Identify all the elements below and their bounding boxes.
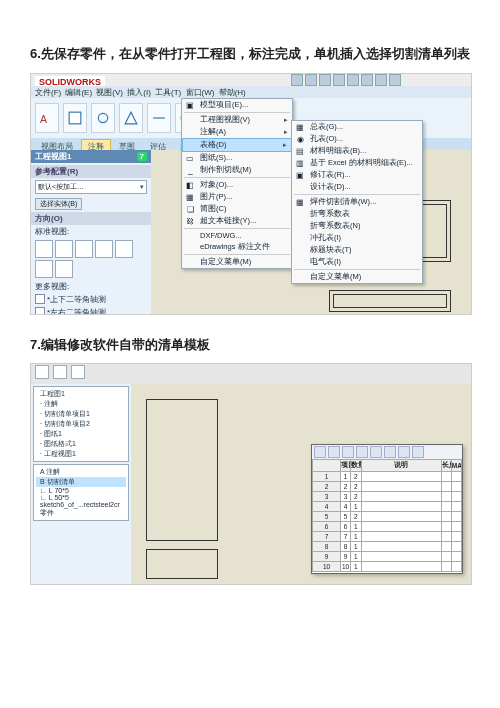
tbl-btn[interactable] [384, 446, 396, 458]
tree-node[interactable]: · 切割清单项目1 [36, 409, 126, 419]
qat-icon[interactable] [319, 74, 331, 86]
mi-picture[interactable]: ▦图片(P)... [182, 191, 292, 203]
toolbar [31, 364, 471, 384]
tbl-btn[interactable] [342, 446, 354, 458]
view-orient-btn[interactable] [35, 240, 53, 258]
ribbon-btn[interactable] [119, 103, 143, 133]
cutlist-table-window[interactable]: 项目号数量说明长度MATERIAL11222233244155266177188… [311, 444, 463, 574]
tbl-btn[interactable] [398, 446, 410, 458]
tree-node-selected[interactable]: B 切割清单 [36, 477, 126, 487]
tbl-btn[interactable] [314, 446, 326, 458]
mi-general-table[interactable]: ▦总表(G)... [292, 121, 422, 133]
mi-sheet[interactable]: ▭图纸(S)... [182, 152, 292, 164]
qat-icon[interactable] [389, 74, 401, 86]
chevron-right-icon: ▸ [284, 128, 288, 136]
config-dropdown[interactable]: 默认<按加工… ▾ [35, 180, 147, 194]
qat-icon[interactable] [361, 74, 373, 86]
mi-bend-table-n[interactable]: 折弯系数表(N) [292, 220, 422, 232]
more-view-option[interactable]: *左右二等角轴测 [31, 306, 151, 315]
tbl-btn[interactable] [370, 446, 382, 458]
tree-node[interactable]: ∟ L 70*5 [36, 487, 126, 494]
ribbon-btn[interactable] [147, 103, 171, 133]
tree-node[interactable]: 工程图1 [36, 389, 126, 399]
screenshot-1: SOLIDWORKS 文件(F) 编辑(E) 视图(V) 插入(I) 工具(T)… [30, 73, 472, 315]
mi-bom[interactable]: ▤材料明细表(B)... [292, 145, 422, 157]
tree-node[interactable]: · 图纸格式1 [36, 439, 126, 449]
view-number: 7 [137, 152, 147, 161]
config-value: 默认<按加工… [38, 182, 84, 192]
mi-drawing-view[interactable]: 工程图视图(V)▸ [182, 114, 292, 126]
toolbar-btn[interactable] [53, 365, 67, 379]
mi-tables[interactable]: 表格(D)▸ [182, 138, 292, 152]
mi-revision-table[interactable]: ▣修订表(R)... [292, 169, 422, 181]
qat-icon[interactable] [291, 74, 303, 86]
view-title: 工程视图1 [35, 151, 71, 162]
view-orient-btn[interactable] [95, 240, 113, 258]
tree-node[interactable]: sketch6_of_...rectsteel2cr [36, 501, 126, 508]
feature-tree-panel: 工程图1 · 注解 · 切割清单项目1 · 切割清单项目2 · 图纸1 · 图纸… [31, 384, 132, 584]
tree-node[interactable]: A 注解 [36, 467, 126, 477]
chevron-right-icon: ▸ [283, 141, 287, 149]
menu-insert[interactable]: 插入(I) [127, 88, 151, 97]
mi-dxf[interactable]: DXF/DWG... [182, 230, 292, 241]
mi-hole-table[interactable]: ◉孔表(O)... [292, 133, 422, 145]
mi-customize2[interactable]: 自定义菜单(M) [292, 271, 422, 283]
tree-node[interactable]: 零件 [36, 508, 126, 518]
tbl-btn[interactable] [356, 446, 368, 458]
mi-punch-table[interactable]: 冲孔表(I) [292, 232, 422, 244]
ribbon-btn[interactable] [63, 103, 87, 133]
mi-schematic[interactable]: ❏简图(C) [182, 203, 292, 215]
mi-weldment-cutlist[interactable]: ▦焊件切割清单(W)... [292, 196, 422, 208]
cutlist-table[interactable]: 项目号数量说明长度MATERIAL11222233244155266177188… [312, 459, 462, 573]
tree-node[interactable]: ∟ L 50*5 [36, 494, 126, 501]
section-orientation: 方向(O) [31, 212, 151, 225]
mi-model-items[interactable]: ▣模型项目(E)... [182, 99, 292, 111]
step7-heading: 7.编辑修改软件自带的清单模板 [30, 331, 470, 360]
mi-section-line[interactable]: ⎯制作剖切线(M) [182, 164, 292, 176]
tree-node[interactable]: · 注解 [36, 399, 126, 409]
more-view-option[interactable]: *上下二等角轴测 [31, 293, 151, 306]
qat-icon[interactable] [375, 74, 387, 86]
mi-annotation[interactable]: 注解(A)▸ [182, 126, 292, 138]
section-ref-config: 参考配置(R) [31, 165, 151, 178]
qat-icon[interactable] [347, 74, 359, 86]
menu-tools[interactable]: 工具(T) [155, 88, 181, 97]
view-orient-btn[interactable] [55, 260, 73, 278]
more-view-label: *上下二等角轴测 [47, 294, 106, 305]
toolbar-btn[interactable] [35, 365, 49, 379]
mi-object[interactable]: ◧对象(O)... [182, 179, 292, 191]
tbl-btn[interactable] [412, 446, 424, 458]
mi-electrical-table[interactable]: 电气表(I) [292, 256, 422, 268]
tbl-btn[interactable] [328, 446, 340, 458]
mi-edrawings[interactable]: eDrawings 标注文件 [182, 241, 292, 253]
toolbar-btn[interactable] [71, 365, 85, 379]
view-orient-btn[interactable] [35, 260, 53, 278]
menu-window[interactable]: 窗口(W) [186, 88, 215, 97]
select-bodies-button[interactable]: 选择实体(B) [35, 198, 82, 210]
view-orient-btn[interactable] [75, 240, 93, 258]
view-orient-btn[interactable] [115, 240, 133, 258]
chevron-right-icon: ▸ [284, 116, 288, 124]
feature-tree[interactable]: 工程图1 · 注解 · 切割清单项目1 · 切割清单项目2 · 图纸1 · 图纸… [33, 386, 129, 462]
qat-icon[interactable] [333, 74, 345, 86]
feature-tree-2[interactable]: A 注解 B 切割清单 ∟ L 70*5 ∟ L 50*5 sketch6_of… [33, 464, 129, 521]
mi-design-table[interactable]: 设计表(D)... [292, 181, 422, 193]
mi-bend-table[interactable]: 折弯系数表 [292, 208, 422, 220]
menu-edit[interactable]: 编辑(E) [65, 88, 92, 97]
tree-node[interactable]: · 图纸1 [36, 429, 126, 439]
checkbox-icon [35, 307, 45, 315]
menu-view[interactable]: 视图(V) [96, 88, 123, 97]
menu-file[interactable]: 文件(F) [35, 88, 61, 97]
mi-titleblock-table[interactable]: 标题块表(T) [292, 244, 422, 256]
mi-excel-bom[interactable]: ▥基于 Excel 的材料明细表(E)... [292, 157, 422, 169]
tree-node[interactable]: · 工程视图1 [36, 449, 126, 459]
mi-hyperlink[interactable]: ⛓超文本链接(Y)... [182, 215, 292, 227]
menu-help[interactable]: 帮助(H) [219, 88, 246, 97]
ribbon-btn[interactable] [91, 103, 115, 133]
qat-icon[interactable] [305, 74, 317, 86]
view-orient-btn[interactable] [55, 240, 73, 258]
ribbon-btn[interactable]: A [35, 103, 59, 133]
tree-node[interactable]: · 切割清单项目2 [36, 419, 126, 429]
mi-customize[interactable]: 自定义菜单(M) [182, 256, 292, 268]
drawing-canvas-2[interactable]: 项目号数量说明长度MATERIAL11222233244155266177188… [131, 384, 471, 584]
